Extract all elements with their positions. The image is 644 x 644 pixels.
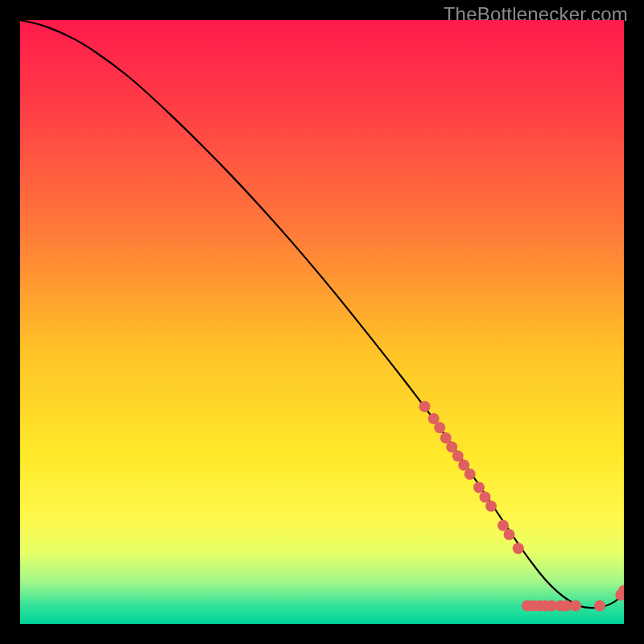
marker-dot [464,469,476,480]
chart-svg [20,20,624,624]
gradient-background [20,20,624,624]
marker-dot [485,501,497,512]
marker-dot [434,422,445,433]
marker-dot [419,401,431,412]
marker-dot [504,529,515,540]
plot-area [20,20,624,624]
marker-dot [594,601,605,612]
marker-dot [570,601,581,612]
marker-dot [513,543,524,554]
chart-frame: TheBottlenecker.com [0,0,644,644]
marker-dot [473,482,485,493]
